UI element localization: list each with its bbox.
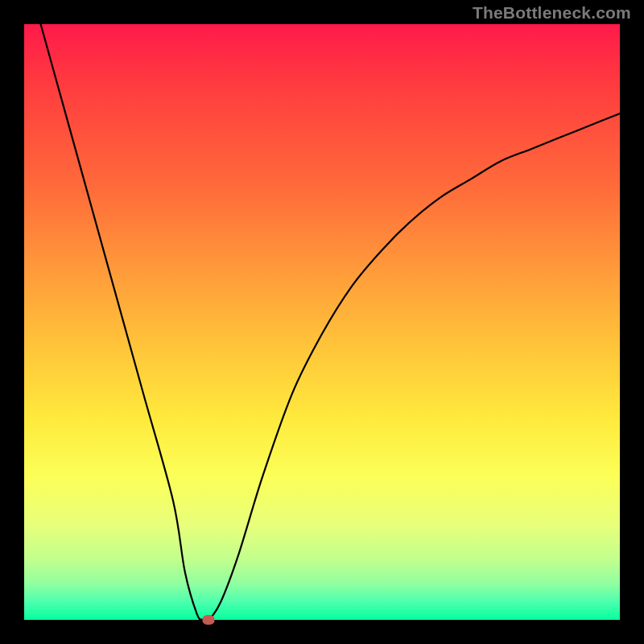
plot-area	[24, 24, 620, 620]
optimum-marker	[203, 615, 215, 625]
curve-svg	[24, 24, 620, 620]
chart-frame: TheBottleneck.com	[0, 0, 644, 644]
bottleneck-curve	[24, 24, 620, 620]
watermark-label: TheBottleneck.com	[473, 3, 631, 23]
